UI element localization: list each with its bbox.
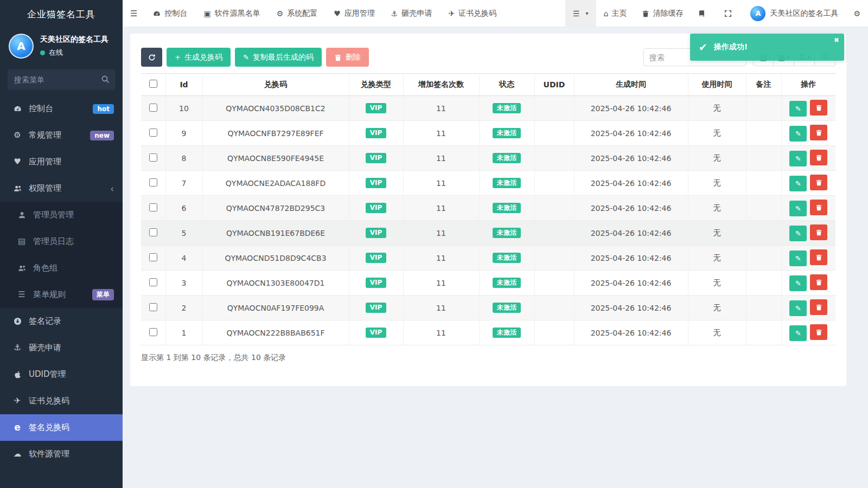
cell-remark	[746, 221, 781, 246]
sidebar-item-apps[interactable]: ♥应用管理	[0, 149, 123, 175]
delete-row-button[interactable]	[810, 274, 827, 290]
sidebar-item-udid[interactable]: UDID管理	[0, 361, 123, 388]
delete-row-button[interactable]	[810, 224, 827, 240]
edit-row-button[interactable]: ✎	[789, 226, 807, 241]
trash-icon	[642, 10, 649, 17]
delete-row-button[interactable]	[810, 200, 827, 215]
edit-row-button[interactable]: ✎	[789, 101, 807, 117]
navbar-profile[interactable]: A 天美社区的签名工具	[743, 0, 846, 27]
sidebar-item-sign-record[interactable]: 签名记录	[0, 308, 123, 335]
sidebar-item-label: 权限管理	[29, 183, 61, 194]
delete-button[interactable]: 删除	[326, 48, 369, 67]
delete-row-button[interactable]	[810, 324, 827, 340]
sidebar-item-auth[interactable]: 权限管理‹	[0, 175, 123, 202]
app-avatar[interactable]: A	[9, 34, 34, 59]
nav-tab-console[interactable]: 控制台	[145, 0, 195, 27]
nav-tab-cert-code[interactable]: ✈证书兑换码	[440, 0, 505, 27]
nav-tab-blacklist[interactable]: ▣软件源黑名单	[195, 0, 268, 27]
delete-row-button[interactable]	[810, 125, 827, 140]
sidebar-item-sign-code[interactable]: e签名兑换码	[0, 414, 123, 441]
sidebar-item-cert-code[interactable]: ✈证书兑换码	[0, 388, 123, 414]
row-checkbox[interactable]	[149, 253, 157, 261]
home-button[interactable]: ⌂ 主页	[596, 0, 635, 27]
sidebar-item-rule[interactable]: ☰菜单规则菜单	[0, 281, 123, 308]
sidebar: 企业猫签名工具 A 天美社区的签名工具 在线 控制台hot⚙常规管理new♥应用…	[0, 0, 123, 488]
sidebar-menu: 控制台hot⚙常规管理new♥应用管理权限管理‹管理员管理▤管理员日志角色组☰菜…	[0, 95, 123, 467]
row-checkbox[interactable]	[149, 104, 157, 112]
sidebar-item-label: 证书兑换码	[29, 396, 69, 406]
tab-list-dropdown-button[interactable]: ☰ ▾	[565, 0, 596, 27]
column-header: 使用时间	[688, 74, 746, 96]
nav-tab-apps[interactable]: ♥应用管理	[326, 0, 383, 27]
cell-used: 无	[688, 196, 746, 221]
copy-last-code-button[interactable]: ✎ 复制最后生成的码	[235, 48, 322, 67]
plane-icon: ✈	[11, 397, 24, 405]
row-checkbox[interactable]	[149, 153, 157, 162]
table-row: 9QYMAOCNFB7297E89FEFVIP11未激活2025-04-26 1…	[141, 121, 835, 146]
generate-code-button[interactable]: + 生成兑换码	[167, 48, 231, 67]
refresh-button[interactable]	[141, 48, 162, 67]
settings-button[interactable]: ⚙	[846, 0, 868, 27]
cell-remark	[746, 171, 781, 196]
fullscreen-button[interactable]	[717, 0, 743, 27]
heart-icon: ♥	[334, 10, 341, 17]
row-checkbox[interactable]	[149, 178, 157, 187]
cell-used: 无	[688, 320, 746, 345]
status-badge: 未激活	[493, 303, 521, 313]
sidebar-item-label: 应用管理	[29, 157, 61, 167]
edit-row-button[interactable]: ✎	[789, 275, 807, 291]
nav-tab-shell[interactable]: ⚓砸壳申请	[383, 0, 441, 27]
table-row: 5QYMAOCNB191E67BDE6EVIP11未激活2025-04-26 1…	[141, 221, 835, 246]
edit-row-button[interactable]: ✎	[789, 126, 807, 142]
nav-tab-config[interactable]: ⚙系统配置	[269, 0, 326, 27]
row-checkbox[interactable]	[149, 278, 157, 286]
sidebar-item-console[interactable]: 控制台hot	[0, 95, 123, 122]
toast-close-icon[interactable]: ✖	[834, 36, 839, 44]
cell-count: 11	[403, 121, 479, 146]
sidebar-item-admin[interactable]: 管理员管理	[0, 202, 123, 228]
sidebar-item-source[interactable]: ☁软件源管理	[0, 441, 123, 467]
delete-row-button[interactable]	[810, 175, 827, 190]
delete-row-button[interactable]	[810, 150, 827, 165]
delete-row-button[interactable]	[810, 249, 827, 265]
delete-row-button[interactable]	[810, 299, 827, 315]
cell-id: 8	[165, 146, 202, 171]
edit-row-button[interactable]: ✎	[789, 176, 807, 191]
content-area: + 生成兑换码 ✎ 复制最后生成的码 删除	[123, 27, 868, 386]
cell-count: 11	[403, 246, 479, 271]
sidebar-item-general[interactable]: ⚙常规管理new	[0, 122, 123, 149]
status-badge: 未激活	[493, 153, 521, 163]
log-icon: ▤	[15, 237, 28, 246]
edit-row-button[interactable]: ✎	[789, 325, 807, 341]
clear-cache-button[interactable]: 清除缓存	[634, 0, 691, 27]
cell-udid	[534, 221, 574, 246]
edit-row-button[interactable]: ✎	[789, 251, 807, 266]
menu-search-input[interactable]	[8, 69, 115, 90]
delete-row-button[interactable]	[810, 100, 827, 115]
online-dot-icon	[40, 50, 45, 55]
check-icon: ✔	[699, 41, 707, 53]
sidebar-item-adminlog[interactable]: ▤管理员日志	[0, 228, 123, 255]
row-checkbox[interactable]	[149, 228, 157, 236]
type-badge: VIP	[366, 178, 387, 188]
edit-row-button[interactable]: ✎	[789, 300, 807, 316]
sidebar-toggle-button[interactable]: ☰	[123, 0, 145, 27]
row-checkbox[interactable]	[149, 328, 157, 336]
status-badge: 未激活	[493, 278, 521, 288]
cell-code: QYMAOCN4035D08CB1C2	[202, 96, 349, 121]
cell-used: 无	[688, 246, 746, 271]
edit-row-button[interactable]: ✎	[789, 201, 807, 216]
row-checkbox[interactable]	[149, 203, 157, 211]
column-header: 操作	[781, 74, 835, 96]
select-all-checkbox[interactable]	[149, 80, 157, 88]
docs-button[interactable]	[691, 0, 717, 27]
row-checkbox[interactable]	[149, 303, 157, 311]
cell-remark	[746, 320, 781, 345]
cell-count: 11	[403, 271, 479, 296]
sidebar-item-group[interactable]: 角色组	[0, 255, 123, 281]
edit-row-button[interactable]: ✎	[789, 151, 807, 166]
sidebar-item-shell[interactable]: ⚓砸壳申请	[0, 335, 123, 361]
row-checkbox[interactable]	[149, 129, 157, 137]
cell-remark	[746, 271, 781, 296]
record-icon	[11, 317, 24, 325]
